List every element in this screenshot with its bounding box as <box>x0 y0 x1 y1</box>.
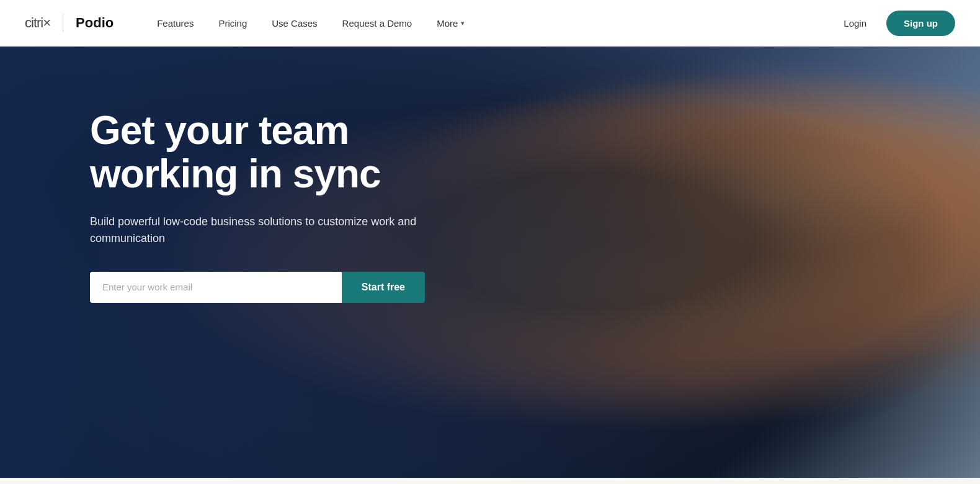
chevron-down-icon: ▾ <box>461 19 465 27</box>
nav-features[interactable]: Features <box>145 2 206 45</box>
hero-subtitle: Build powerful low-code business solutio… <box>90 213 450 247</box>
email-input[interactable] <box>90 272 342 303</box>
logo-divider <box>63 14 63 32</box>
signup-button[interactable]: Sign up <box>886 11 955 36</box>
brand-logo[interactable]: citri× Podio <box>25 14 114 32</box>
nav-request-demo[interactable]: Request a Demo <box>330 2 425 45</box>
hero-signup-form: Start free <box>90 272 425 303</box>
podio-logo: Podio <box>76 15 114 31</box>
login-button[interactable]: Login <box>836 13 874 34</box>
start-free-button[interactable]: Start free <box>342 272 425 303</box>
nav-pricing[interactable]: Pricing <box>206 2 259 45</box>
navbar: citri× Podio Features Pricing Use Cases … <box>0 0 980 47</box>
navbar-actions: Login Sign up <box>836 11 955 36</box>
logos-strip: VOLVO Deloitte. NFL SONY TimeWarner Soth… <box>0 478 980 484</box>
nav-links: Features Pricing Use Cases Request a Dem… <box>145 2 836 45</box>
hero-section: Get your team working in sync Build powe… <box>0 47 980 478</box>
hero-title: Get your team working in sync <box>90 109 471 196</box>
nav-more[interactable]: More ▾ <box>424 2 477 45</box>
hero-content: Get your team working in sync Build powe… <box>0 47 471 303</box>
nav-use-cases[interactable]: Use Cases <box>259 2 329 45</box>
citrix-logo: citri× <box>25 15 50 31</box>
